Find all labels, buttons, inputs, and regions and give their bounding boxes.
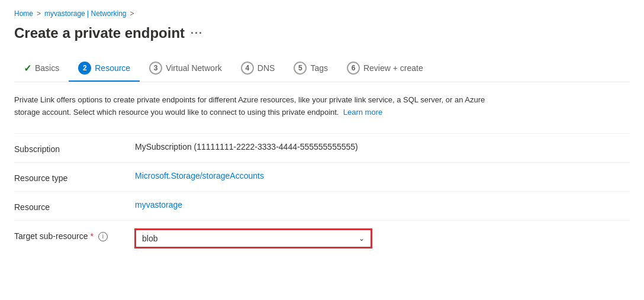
tab-virtual-network-number: 3 bbox=[149, 62, 162, 75]
subscription-row: Subscription MySubscription (11111111-22… bbox=[14, 133, 630, 162]
tab-tags-number: 5 bbox=[294, 62, 307, 75]
required-indicator: * bbox=[90, 231, 93, 241]
dropdown-arrow-icon: ⌄ bbox=[359, 234, 365, 243]
tab-basics[interactable]: ✓ Basics bbox=[14, 57, 69, 81]
learn-more-link[interactable]: Learn more bbox=[343, 108, 382, 117]
target-sub-resource-dropdown[interactable]: blob ⌄ bbox=[135, 229, 372, 248]
resource-field-label: Resource bbox=[14, 200, 121, 212]
resource-type-row: Resource type Microsoft.Storage/storageA… bbox=[14, 162, 630, 191]
tab-review-create[interactable]: 6 Review + create bbox=[337, 56, 433, 82]
tab-dns-label: DNS bbox=[257, 63, 275, 73]
target-sub-resource-control: blob ⌄ bbox=[135, 229, 372, 248]
resource-type-label: Resource type bbox=[14, 171, 121, 183]
dropdown-selected-value: blob bbox=[142, 234, 157, 243]
page-title: Create a private endpoint bbox=[14, 25, 185, 41]
tab-dns-number: 4 bbox=[241, 62, 254, 75]
target-sub-resource-row: Target sub-resource * i blob ⌄ bbox=[14, 220, 630, 256]
tab-basics-check-icon: ✓ bbox=[24, 63, 31, 74]
resource-form: Subscription MySubscription (11111111-22… bbox=[14, 133, 630, 256]
breadcrumb-sep1: > bbox=[37, 9, 41, 18]
tab-review-label: Review + create bbox=[363, 63, 423, 73]
breadcrumb-resource[interactable]: myvastorage | Networking bbox=[44, 9, 127, 18]
tab-resource-number: 2 bbox=[78, 62, 91, 75]
breadcrumb-home[interactable]: Home bbox=[14, 9, 33, 18]
page-title-container: Create a private endpoint ··· bbox=[14, 25, 630, 41]
tab-virtual-network[interactable]: 3 Virtual Network bbox=[140, 56, 231, 82]
wizard-tabs: ✓ Basics 2 Resource 3 Virtual Network 4 … bbox=[14, 56, 630, 82]
tab-resource[interactable]: 2 Resource bbox=[69, 56, 140, 82]
subscription-label: Subscription bbox=[14, 142, 121, 154]
resource-type-value: Microsoft.Storage/storageAccounts bbox=[135, 171, 630, 180]
subscription-value: MySubscription (11111111-2222-3333-4444-… bbox=[135, 142, 630, 151]
target-sub-resource-label: Target sub-resource * i bbox=[14, 229, 121, 241]
info-icon[interactable]: i bbox=[98, 232, 108, 241]
tab-dns[interactable]: 4 DNS bbox=[231, 56, 285, 82]
description-text: Private Link offers options to create pr… bbox=[14, 94, 500, 119]
tab-resource-label: Resource bbox=[95, 63, 130, 73]
tab-review-number: 6 bbox=[347, 62, 360, 75]
resource-row: Resource myvastorage bbox=[14, 191, 630, 220]
breadcrumb: Home > myvastorage | Networking > bbox=[14, 9, 630, 18]
tab-tags[interactable]: 5 Tags bbox=[284, 56, 337, 82]
page-title-menu-button[interactable]: ··· bbox=[191, 27, 203, 40]
tab-tags-label: Tags bbox=[310, 63, 328, 73]
tab-virtual-network-label: Virtual Network bbox=[166, 63, 222, 73]
description-content: Private Link offers options to create pr… bbox=[14, 95, 485, 117]
resource-field-value: myvastorage bbox=[135, 200, 630, 209]
breadcrumb-sep2: > bbox=[130, 9, 134, 18]
tab-basics-label: Basics bbox=[35, 63, 59, 73]
